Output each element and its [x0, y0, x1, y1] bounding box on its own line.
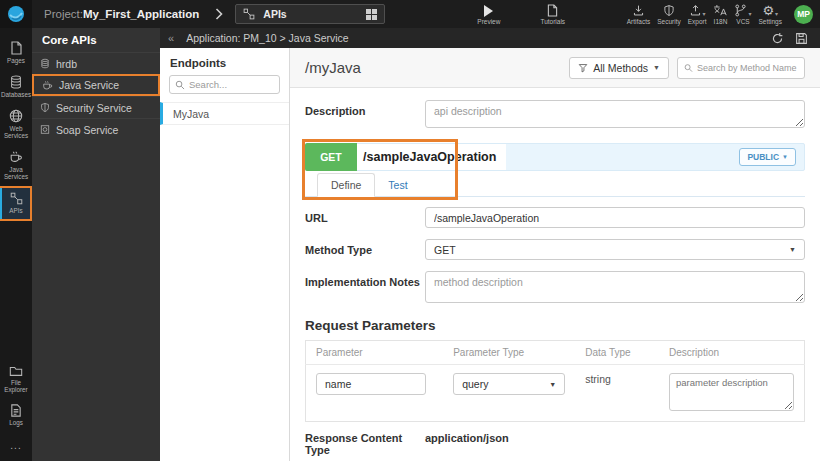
- api-node-icon: [10, 192, 23, 205]
- sidebar-more-button[interactable]: ...: [10, 432, 21, 461]
- search-icon: [175, 80, 185, 90]
- impl-notes-textarea[interactable]: [425, 271, 805, 303]
- main-header-actions: All Methods ▼: [569, 57, 805, 79]
- chevron-right-icon: [215, 8, 223, 20]
- settings-button[interactable]: ⚙ ▾ Settings: [759, 4, 783, 25]
- parameter-description-textarea[interactable]: [669, 373, 794, 411]
- breadcrumb: Application: PM_10 > Java Service: [186, 32, 349, 44]
- collapse-panel-icon[interactable]: «: [168, 32, 174, 44]
- endpoints-panel: Endpoints MyJava: [160, 48, 290, 461]
- core-apis-item-security-service[interactable]: Security Service: [32, 96, 160, 118]
- gear-icon: ⚙: [762, 4, 774, 17]
- translate-icon: [713, 4, 727, 17]
- upload-icon: [689, 4, 702, 17]
- caret-down-icon: ▼: [789, 246, 796, 253]
- endpoint-item-myjava[interactable]: MyJava: [160, 102, 289, 125]
- sidebar-item-databases[interactable]: Databases: [0, 70, 32, 104]
- method-type-label: Method Type: [305, 239, 425, 260]
- vcs-button[interactable]: ▾ VCS: [734, 4, 751, 25]
- user-avatar[interactable]: MP: [794, 5, 813, 24]
- sidebar-item-web-services[interactable]: Web Services: [0, 104, 32, 145]
- caret-down-icon: ▼: [782, 154, 788, 160]
- main-header: /myJava All Methods ▼: [290, 48, 820, 88]
- tab-define[interactable]: Define: [317, 173, 375, 197]
- caret-down-icon: ▾: [703, 11, 706, 17]
- core-apis-item-java-service[interactable]: Java Service: [32, 74, 160, 96]
- parameter-name-input[interactable]: [316, 373, 426, 395]
- parameter-type-select[interactable]: query ▼: [453, 373, 565, 395]
- left-icon-sidebar: Pages Databases Web Services Java Servic…: [0, 28, 32, 461]
- core-apis-title: Core APIs: [32, 28, 160, 52]
- api-title: /myJava: [305, 59, 361, 76]
- method-type-select[interactable]: GET ▼: [425, 239, 805, 260]
- grid-icon[interactable]: [366, 9, 377, 20]
- database-icon: [9, 75, 23, 89]
- page-icon: [10, 41, 23, 55]
- search-icon: [684, 63, 693, 73]
- preview-button[interactable]: Preview: [477, 4, 500, 25]
- method-search[interactable]: [677, 57, 805, 79]
- caret-down-icon: ▼: [653, 64, 660, 71]
- impl-notes-label: Implementation Notes: [305, 271, 425, 307]
- tab-test[interactable]: Test: [375, 174, 420, 196]
- topbar-right-group: Artifacts Security ▾ Export: [627, 4, 820, 25]
- sidebar-item-logs[interactable]: Logs: [0, 399, 32, 432]
- all-methods-dropdown[interactable]: All Methods ▼: [569, 57, 669, 79]
- api-detail-content: Description GET /sampleJavaOperation PUB: [290, 88, 820, 461]
- request-parameters-title: Request Parameters: [305, 318, 805, 333]
- apis-tab-label: APIs: [263, 8, 286, 20]
- response-content-type-label: Response Content Type: [305, 432, 425, 456]
- project-label: Project:My_First_Application: [44, 8, 199, 20]
- sidebar-item-java-services[interactable]: Java Services: [0, 145, 32, 186]
- method-search-input[interactable]: [697, 63, 798, 73]
- operation-path[interactable]: /sampleJavaOperation: [357, 144, 506, 170]
- save-icon[interactable]: [795, 32, 808, 45]
- endpoints-search-input[interactable]: [189, 79, 269, 90]
- soap-service-icon: [40, 124, 50, 135]
- main-panel: /myJava All Methods ▼: [290, 48, 820, 461]
- document-icon: [547, 4, 558, 17]
- branch-icon: [734, 4, 747, 17]
- description-label: Description: [305, 100, 425, 132]
- security-button[interactable]: Security: [657, 4, 680, 25]
- response-content-type-value: application/json: [425, 432, 509, 456]
- visibility-dropdown[interactable]: PUBLIC ▼: [739, 148, 796, 166]
- tutorials-button[interactable]: Tutorials: [540, 4, 565, 25]
- refresh-icon[interactable]: [771, 32, 784, 45]
- operation-tabs: Define Test: [305, 171, 805, 197]
- request-parameters-table: Parameter Parameter Type Data Type Descr…: [305, 340, 805, 422]
- caret-down-icon: ▾: [775, 11, 778, 17]
- breadcrumb-actions: [771, 32, 812, 45]
- table-header-row: Parameter Parameter Type Data Type Descr…: [306, 341, 805, 365]
- right-area: « Application: PM_10 > Java Service Endp…: [160, 28, 820, 461]
- sidebar-item-apis[interactable]: APIs: [0, 186, 32, 221]
- operation-header[interactable]: GET /sampleJavaOperation PUBLIC ▼: [305, 143, 805, 171]
- http-method-badge[interactable]: GET: [305, 143, 357, 171]
- artifacts-button[interactable]: Artifacts: [627, 4, 650, 25]
- globe-icon: [9, 109, 23, 123]
- core-apis-item-hrdb[interactable]: hrdb: [32, 52, 160, 74]
- export-button[interactable]: ▾ Export: [688, 4, 707, 25]
- log-file-icon: [10, 404, 22, 417]
- description-row: Description: [305, 100, 805, 132]
- folder-icon: [9, 365, 23, 377]
- operation-block: GET /sampleJavaOperation PUBLIC ▼ Define…: [305, 143, 805, 197]
- data-type-value: string: [575, 365, 659, 422]
- core-apis-item-soap-service[interactable]: Soap Service: [32, 118, 160, 140]
- url-input[interactable]: [425, 207, 805, 228]
- sidebar-item-file-explorer[interactable]: File Explorer: [0, 360, 32, 399]
- sidebar-item-pages[interactable]: Pages: [0, 36, 32, 70]
- endpoints-search[interactable]: [169, 75, 280, 94]
- app-logo[interactable]: [0, 0, 32, 28]
- description-textarea[interactable]: [425, 100, 805, 128]
- database-icon: [40, 58, 50, 69]
- apis-workspace-tab[interactable]: APIs: [235, 4, 385, 24]
- parameter-row: query ▼ string: [306, 365, 805, 422]
- response-content-type-row: Response Content Type application/json: [305, 432, 805, 456]
- coffee-cup-icon: [42, 80, 53, 91]
- impl-notes-row: Implementation Notes: [305, 271, 805, 307]
- i18n-button[interactable]: I18N: [713, 4, 727, 25]
- caret-down-icon: ▼: [549, 381, 556, 388]
- shield-icon: [663, 4, 675, 17]
- coffee-cup-icon: [9, 150, 23, 164]
